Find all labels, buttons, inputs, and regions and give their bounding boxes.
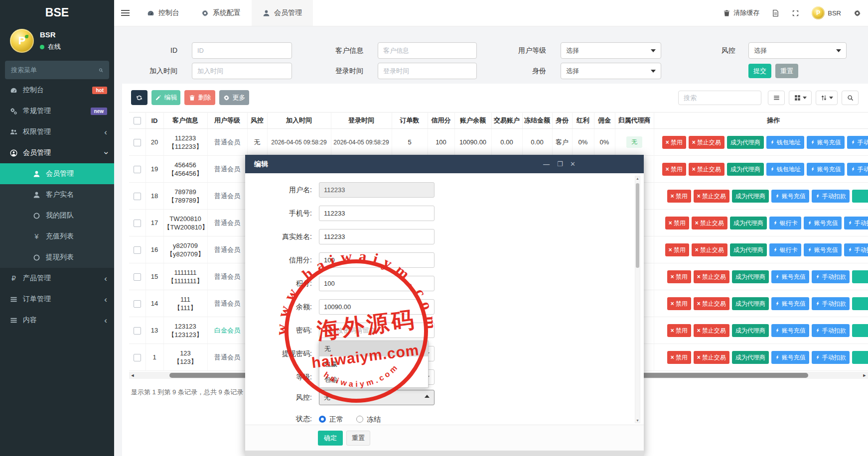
row-checkbox[interactable]	[134, 139, 141, 146]
filter-identity-select[interactable]: 选择	[561, 63, 661, 79]
detail-view-button[interactable]	[768, 91, 785, 105]
action-bank-button[interactable]: 银行卡	[769, 217, 801, 229]
radio-frozen[interactable]	[356, 416, 363, 423]
action-recharge-button[interactable]: 账号充值	[771, 270, 809, 283]
action-recharge-button[interactable]: 账号充值	[771, 324, 809, 337]
sidebar-item-10[interactable]: 订单管理‹	[0, 289, 114, 310]
filter-customer-input[interactable]	[378, 42, 477, 59]
action-recharge-button[interactable]: 账号充值	[807, 136, 845, 149]
tab-0[interactable]: 控制台	[136, 0, 190, 26]
action-recharge-button[interactable]: 账号充值	[771, 351, 809, 364]
action-be_agent-button[interactable]: 成为代理商	[730, 217, 767, 229]
password-field[interactable]	[319, 323, 434, 338]
sidebar-item-3[interactable]: 会员管理‹	[0, 142, 114, 163]
action-be_agent-button[interactable]: 成为代理商	[727, 136, 764, 149]
sidebar-item-0[interactable]: 控制台hot	[0, 80, 114, 101]
settings-button[interactable]	[854, 9, 861, 17]
row-checkbox[interactable]	[134, 193, 141, 200]
action-ban-button[interactable]: ×禁用	[667, 324, 691, 337]
points-field[interactable]	[319, 276, 434, 291]
action-ban_trade-button[interactable]: ×禁止交易	[694, 297, 729, 310]
row-checkbox[interactable]	[134, 220, 141, 227]
sidebar-item-5[interactable]: 客户实名	[0, 184, 114, 205]
action-recharge-button[interactable]: 账号充值	[771, 297, 809, 310]
action-ban-button[interactable]: ×禁用	[667, 190, 691, 203]
maximize-icon[interactable]: ❐	[557, 155, 563, 173]
action-deduct-button[interactable]: 手动扣款	[844, 217, 868, 229]
row-checkbox[interactable]	[134, 354, 141, 361]
sidebar-item-4-active[interactable]: 会员管理	[0, 163, 114, 184]
action-deduct-button[interactable]: 手动扣款	[844, 243, 868, 256]
action-be_agent-button[interactable]: 成为代理商	[732, 297, 769, 310]
refresh-button[interactable]	[131, 90, 147, 105]
action-ban-button[interactable]: ×禁用	[665, 217, 689, 229]
tab-1[interactable]: 系统配置	[190, 0, 252, 26]
action-ban_trade-button[interactable]: ×禁止交易	[692, 217, 727, 229]
action-recharge-button[interactable]: 账号充值	[804, 217, 842, 229]
action-deduct-button[interactable]: 手动扣款	[812, 351, 850, 364]
action-partial-button[interactable]	[852, 351, 868, 364]
realname-field[interactable]	[319, 229, 434, 244]
navbar-user[interactable]: P BSR	[812, 6, 841, 19]
action-be_agent-button[interactable]: 成为代理商	[727, 163, 764, 176]
filter-id-input[interactable]	[192, 42, 292, 59]
language-button[interactable]	[772, 9, 779, 17]
action-ban_trade-button[interactable]: ×禁止交易	[694, 351, 729, 364]
action-ban_trade-button[interactable]: ×禁止交易	[694, 190, 729, 203]
action-ban_trade-button[interactable]: ×禁止交易	[689, 136, 724, 149]
risk-option-1[interactable]: 包赢	[319, 356, 428, 372]
row-checkbox[interactable]	[134, 273, 141, 281]
scroll-up-icon[interactable]: ▲	[635, 177, 640, 180]
clear-cache-button[interactable]: 清除缓存	[723, 8, 759, 17]
action-ban-button[interactable]: ×禁用	[667, 270, 691, 283]
action-ban_trade-button[interactable]: ×禁止交易	[692, 243, 727, 256]
action-deduct-button[interactable]: 手动扣款	[812, 270, 850, 283]
balance-field[interactable]	[319, 299, 434, 315]
columns-button[interactable]	[789, 91, 812, 105]
sidebar-search-input[interactable]	[11, 66, 99, 74]
row-checkbox[interactable]	[134, 300, 141, 308]
hamburger-icon[interactable]	[114, 0, 136, 26]
action-be_agent-button[interactable]: 成为代理商	[732, 324, 769, 337]
sidebar-item-9[interactable]: ₽产品管理‹	[0, 268, 114, 289]
filter-level-select[interactable]: 选择	[561, 42, 661, 59]
filter-risk-select[interactable]: 选择	[748, 42, 847, 59]
action-partial-button[interactable]	[852, 324, 868, 337]
action-ban-button[interactable]: ×禁用	[667, 297, 691, 310]
action-ban-button[interactable]: ×禁用	[665, 243, 689, 256]
action-ban-button[interactable]: ×禁用	[667, 351, 691, 364]
action-ban-button[interactable]: ×禁用	[662, 136, 686, 149]
action-ban-button[interactable]: ×禁用	[662, 163, 686, 176]
action-partial-button[interactable]	[852, 297, 868, 310]
risk-option-2[interactable]: 包输	[319, 372, 428, 387]
action-deduct-button[interactable]: 手动扣款	[812, 324, 850, 337]
sidebar-item-11[interactable]: 内容‹	[0, 310, 114, 331]
modal-header[interactable]: 编辑 — ❐ ✕	[245, 155, 644, 173]
submit-button[interactable]: 提交	[748, 64, 771, 78]
more-button[interactable]: 更多	[219, 90, 249, 105]
filter-login-input[interactable]	[378, 63, 477, 79]
action-wallet-button[interactable]: 钱包地址	[766, 163, 804, 176]
username-field[interactable]	[319, 182, 434, 198]
table-search-input[interactable]	[678, 91, 761, 105]
action-wallet-button[interactable]: 钱包地址	[766, 136, 804, 149]
action-be_agent-button[interactable]: 成为代理商	[732, 351, 769, 364]
modal-scrollbar[interactable]: ▲ ▼	[635, 176, 640, 423]
select-all-checkbox[interactable]	[134, 117, 141, 124]
scroll-down-icon[interactable]: ▼	[635, 419, 640, 422]
advanced-search-button[interactable]	[842, 91, 859, 105]
action-deduct-button[interactable]: 手动扣款	[812, 297, 850, 310]
action-deduct-button[interactable]: 手动扣款	[812, 190, 850, 203]
delete-button[interactable]: 删除	[184, 90, 215, 105]
reset-button[interactable]: 重置	[775, 64, 798, 78]
action-deduct-button[interactable]: 手动扣款	[847, 163, 868, 176]
phone-field[interactable]	[319, 206, 434, 221]
sidebar-item-7[interactable]: ¥充值列表	[0, 226, 114, 247]
action-ban_trade-button[interactable]: ×禁止交易	[694, 324, 729, 337]
fullscreen-button[interactable]	[792, 9, 799, 17]
edit-button[interactable]: 编辑	[151, 90, 180, 105]
risk-option-0[interactable]: 无	[319, 341, 428, 356]
sidebar-item-6[interactable]: 我的团队	[0, 205, 114, 226]
export-button[interactable]	[816, 91, 838, 105]
tab-2-active[interactable]: 会员管理	[252, 0, 313, 26]
